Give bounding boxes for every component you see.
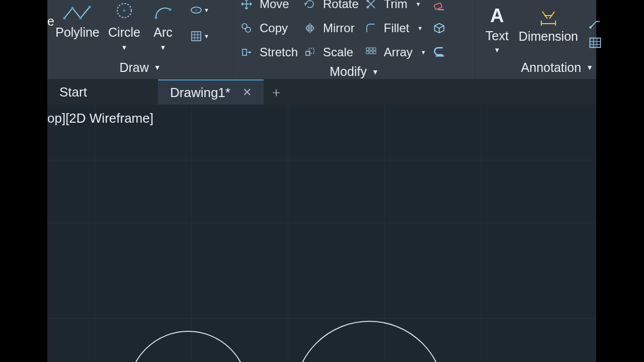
viewport-label[interactable]: op][2D Wireframe]	[47, 111, 153, 126]
solid-icon	[432, 21, 446, 35]
svg-rect-28	[434, 3, 442, 10]
leader-icon	[588, 16, 602, 30]
annotation-small-tools	[588, 16, 603, 54]
stretch-label: Stretch	[260, 45, 298, 59]
svg-point-2	[79, 17, 82, 20]
svg-rect-26	[370, 51, 372, 54]
ellipse-dropdown-icon[interactable]: ▼	[204, 7, 209, 13]
fillet-dropdown-icon[interactable]: ▼	[417, 25, 423, 31]
hatch-dropdown-icon[interactable]: ▼	[204, 33, 209, 39]
rotate-label: Rotate	[323, 0, 359, 11]
array-dropdown-icon[interactable]: ▼	[421, 49, 426, 55]
circle-object-1[interactable]	[128, 331, 249, 362]
panel-modify-expand-icon: ▼	[372, 68, 379, 76]
hatch-icon	[190, 30, 202, 42]
app-root: e Polyline	[47, 0, 596, 362]
svg-point-1	[71, 7, 74, 10]
svg-rect-38	[590, 38, 600, 48]
fillet-button[interactable]: Fillet ▼	[364, 18, 426, 38]
copy-label: Copy	[260, 21, 288, 35]
svg-text:A: A	[490, 5, 504, 26]
scale-icon	[303, 45, 317, 59]
arc-label: Arc	[153, 25, 173, 40]
stretch-button[interactable]: Stretch	[239, 42, 298, 62]
line-tool-cropped[interactable]: e	[47, 0, 51, 29]
panel-modify-title[interactable]: Modify ▼	[233, 64, 475, 79]
move-icon	[239, 0, 254, 11]
text-tool[interactable]: A Text ▼	[486, 4, 509, 54]
tab-start[interactable]: Start	[47, 79, 158, 105]
polyline-tool[interactable]: Polyline	[51, 0, 104, 40]
hatch-tool[interactable]: ▼	[187, 26, 212, 46]
polyline-icon	[62, 0, 93, 25]
circle-object-2[interactable]	[294, 321, 445, 362]
panel-annotation-title[interactable]: Annotation ▼	[475, 56, 596, 79]
trim-dropdown-icon[interactable]: ▼	[416, 1, 421, 7]
panel-draw-body: e Polyline	[47, 0, 233, 56]
table-icon	[588, 36, 602, 50]
erase-icon	[432, 0, 446, 12]
arc-dropdown-icon[interactable]: ▼	[160, 44, 167, 51]
text-dropdown-icon[interactable]: ▼	[494, 46, 500, 54]
text-label: Text	[486, 29, 509, 43]
move-label: Move	[260, 0, 289, 11]
ellipse-tool[interactable]: ▼	[187, 0, 212, 20]
circle-dropdown-icon[interactable]: ▼	[121, 44, 128, 51]
copy-button[interactable]: Copy	[239, 18, 298, 38]
tab-add-button[interactable]: ＋	[264, 79, 289, 105]
panel-draw-title[interactable]: Draw ▼	[47, 56, 233, 79]
fillet-label: Fillet	[384, 21, 410, 35]
document-tabbar: Start Drawing1* ✕ ＋	[47, 79, 596, 105]
rotate-button[interactable]: Rotate	[303, 0, 359, 14]
copy-icon	[239, 21, 254, 35]
svg-rect-10	[192, 32, 201, 41]
rotate-icon	[303, 0, 317, 11]
polyline-label: Polyline	[55, 25, 100, 40]
panel-annotation-body: A Text ▼	[475, 0, 596, 56]
panel-modify-title-label: Modify	[330, 64, 367, 79]
mirror-button[interactable]: Mirror	[303, 18, 359, 38]
tab-close-button[interactable]: ✕	[243, 86, 252, 99]
svg-point-0	[63, 17, 66, 20]
arc-tool[interactable]: Arc ▼	[145, 0, 181, 51]
dimension-label: Dimension	[519, 29, 578, 44]
text-icon: A	[486, 4, 508, 29]
ellipse-icon	[190, 4, 202, 16]
svg-rect-23	[370, 48, 372, 50]
solid-button[interactable]	[431, 20, 447, 36]
svg-point-5	[123, 10, 125, 12]
panel-draw-expand-icon: ▼	[154, 63, 161, 71]
svg-point-16	[246, 27, 251, 32]
svg-rect-17	[243, 49, 247, 55]
subset-icon	[432, 44, 446, 58]
array-button[interactable]: Array ▼	[364, 42, 426, 62]
circle-label: Circle	[108, 25, 140, 40]
dimension-icon	[537, 4, 559, 29]
svg-point-3	[89, 6, 91, 9]
mirror-icon	[303, 21, 317, 35]
ribbon: e Polyline	[47, 0, 596, 79]
erase-button[interactable]	[431, 0, 447, 13]
panel-modify-body: Move Copy Stretch	[233, 0, 475, 64]
dimension-tool[interactable]: Dimension	[519, 4, 578, 54]
circle-tool[interactable]: Circle ▼	[104, 0, 145, 51]
svg-rect-27	[373, 51, 376, 54]
drawing-canvas[interactable]: op][2D Wireframe]	[47, 105, 596, 362]
panel-annotation-expand-icon: ▼	[586, 63, 593, 71]
arc-icon	[153, 0, 173, 25]
svg-rect-25	[366, 51, 369, 54]
trim-button[interactable]: Trim ▼	[364, 0, 426, 14]
svg-rect-24	[373, 48, 376, 50]
scale-button[interactable]: Scale	[303, 42, 359, 62]
tab-drawing1[interactable]: Drawing1* ✕	[158, 79, 264, 105]
stretch-icon	[239, 45, 254, 59]
subset-button[interactable]	[431, 43, 447, 59]
tab-drawing1-label: Drawing1*	[170, 85, 230, 101]
table-tool[interactable]	[588, 36, 603, 51]
svg-point-37	[589, 26, 592, 29]
panel-modify: Move Copy Stretch	[233, 0, 475, 79]
mirror-label: Mirror	[323, 21, 355, 35]
array-icon	[364, 45, 378, 59]
leader-tool[interactable]	[588, 16, 603, 31]
move-button[interactable]: Move	[239, 0, 298, 14]
